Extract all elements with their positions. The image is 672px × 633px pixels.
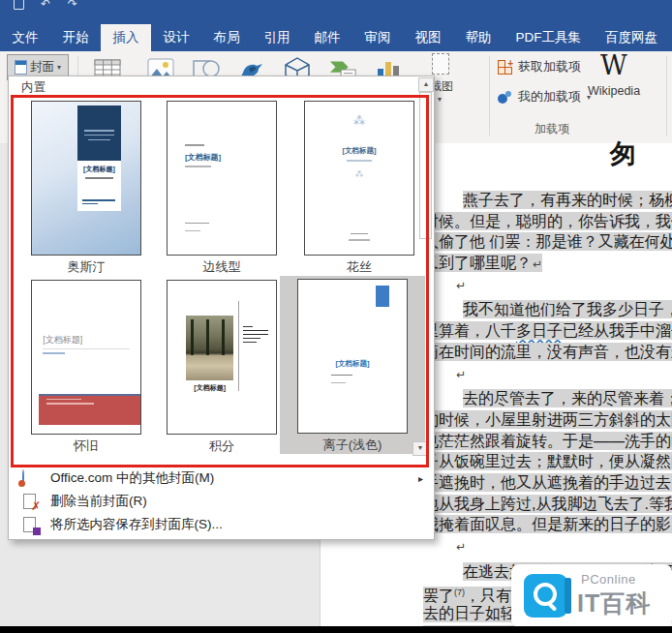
watermark-name: IT百科 bbox=[577, 588, 651, 619]
ribbon-tabs: 文件 开始 插入 设计 布局 引用 邮件 审阅 视图 帮助 PDF工具集 百度网… bbox=[0, 24, 672, 51]
tab-view[interactable]: 视图 bbox=[403, 24, 453, 51]
submenu-arrow-icon: ▸ bbox=[418, 473, 423, 484]
ornament-icon: ⁂ bbox=[305, 114, 413, 128]
tab-help[interactable]: 帮助 bbox=[453, 24, 504, 51]
undo-icon[interactable]: ↶ bbox=[39, 0, 52, 12]
gallery-scrollbar-thumb[interactable] bbox=[419, 92, 432, 239]
cover-option-nostalgia[interactable]: [文档标题] 怀旧 bbox=[18, 277, 154, 455]
document-text-line: 也茫茫然跟着旋转。于是——洗手的时候，日 bbox=[423, 431, 672, 452]
it-baike-logo-icon bbox=[524, 574, 567, 618]
document-text-line: 地从我身上跨过,从我脚边飞去了.等我睁开眼 bbox=[423, 494, 672, 515]
cover-thumbnail: [文档标题] bbox=[31, 280, 141, 435]
tab-review[interactable]: 审阅 bbox=[352, 24, 403, 51]
my-addins-icon bbox=[498, 90, 512, 105]
document-text-line: 去的尽管去了，来的尽管来着；去来的中间 bbox=[423, 388, 672, 409]
ornament-icon: ⁂ bbox=[305, 169, 413, 179]
cover-option-sideline[interactable]: [文档标题] 边线型 bbox=[154, 98, 290, 276]
document-text-line: 燕子去了，有再来的时候；杨柳枯了，有再 bbox=[423, 190, 672, 211]
quick-access-toolbar: ↶ ↷ bbox=[12, 0, 79, 12]
gallery-scroll-down-icon[interactable]: ▼ bbox=[412, 441, 428, 456]
tab-baidu-netdisk[interactable]: 百度网盘 bbox=[594, 24, 670, 51]
wikipedia-icon: W bbox=[577, 51, 651, 80]
cover-page-icon bbox=[15, 60, 27, 75]
cover-art bbox=[376, 286, 390, 307]
tab-design[interactable]: 设计 bbox=[151, 24, 201, 51]
document-text-line: 里算着，八千多日子已经从我手中溜去；像针 bbox=[423, 320, 672, 342]
addins-group-label: 加载项 bbox=[489, 121, 615, 137]
cover-thumbnail: ⁂ [文档标题] ⁂ bbox=[304, 101, 414, 256]
tab-file[interactable]: 文件 bbox=[0, 24, 50, 51]
document-text-line: 滴在时间的流里，没有声音，也没有影子。↵ bbox=[423, 342, 672, 363]
screenshot-icon bbox=[432, 53, 449, 75]
cover-art bbox=[243, 323, 268, 343]
tab-layout[interactable]: 布局 bbox=[201, 24, 252, 51]
chevron-down-icon: ▾ bbox=[438, 95, 465, 104]
gallery-scroll-up-icon[interactable]: ▲ bbox=[418, 77, 434, 92]
title-bar: ↶ ↷ bbox=[0, 0, 672, 24]
document-text-line: ↵ bbox=[423, 274, 672, 295]
watermark-brand: PConline bbox=[581, 572, 636, 587]
document-title: 匆 bbox=[610, 136, 636, 171]
document-text-line: 子从饭碗里过去；默默时，便从凝然的双眼前 bbox=[423, 451, 672, 472]
cover-thumbnail: [文档标题] bbox=[297, 279, 408, 434]
document-text-line: 时候。但是，聪明的，你告诉我，我们的日子 bbox=[423, 211, 672, 232]
cover-art: [文档标题] bbox=[77, 106, 121, 211]
menu-item-more-covers[interactable]: Office.com 中的其他封面(M) ▸ bbox=[13, 467, 429, 490]
cover-thumbnail: [文档标题] bbox=[31, 101, 141, 256]
builtin-section-label: 内置 bbox=[21, 79, 46, 96]
bottom-black-bar bbox=[0, 626, 672, 633]
redo-icon[interactable]: ↷ bbox=[66, 0, 79, 12]
cover-photo bbox=[186, 316, 233, 379]
cover-option-austin[interactable]: [文档标题] 奥斯汀 bbox=[18, 98, 154, 276]
document-text-line: 又到了哪里呢？↵ bbox=[423, 253, 672, 274]
save-icon[interactable] bbox=[12, 0, 25, 12]
document-text-line: 人偷了他 们罢：那是谁？又藏在何处呢？是他 bbox=[423, 231, 672, 253]
cover-art bbox=[39, 394, 140, 425]
cover-thumbnail: [文档标题] bbox=[167, 280, 277, 435]
tab-mailings[interactable]: 邮件 bbox=[302, 24, 352, 51]
menu-item-save-selection[interactable]: 将所选内容保存到封面库(S)... bbox=[13, 513, 429, 536]
document-text-line: 我不知道他们给了我多少日子，但我的手确 bbox=[423, 299, 672, 320]
watermark: PConline IT百科 bbox=[511, 564, 672, 627]
tab-pdf-tools[interactable]: PDF工具集 bbox=[504, 24, 594, 51]
tab-insert[interactable]: 插入 bbox=[101, 24, 151, 51]
cover-thumbnail: [文档标题] bbox=[167, 101, 277, 256]
tab-references[interactable]: 引用 bbox=[252, 24, 302, 51]
document-text-line: 我掩着面叹息。但是新来的日子的影儿又开始 bbox=[423, 514, 672, 535]
cover-option-integral[interactable]: [文档标题] 积分 bbox=[154, 277, 290, 455]
get-addins-icon: + bbox=[498, 60, 512, 75]
cover-option-ion-light[interactable]: [文档标题] 离子(浅色) bbox=[280, 276, 425, 454]
globe-icon bbox=[22, 470, 39, 487]
menu-item-remove-cover[interactable]: ✗ 删除当前封面(R) bbox=[13, 490, 429, 513]
delete-cover-icon: ✗ bbox=[22, 494, 39, 510]
cover-option-filigree[interactable]: ⁂ [文档标题] ⁂ 花丝 bbox=[291, 98, 427, 276]
tab-home[interactable]: 开始 bbox=[50, 24, 101, 51]
wikipedia-button[interactable]: W Wikipedia bbox=[577, 51, 651, 98]
document-text-line: ↵ bbox=[423, 535, 672, 557]
document-text-line: 手遮挽时，他又从遮挽着的手边过去，天黑时 bbox=[423, 472, 672, 494]
document-text-line: ↵ bbox=[423, 363, 672, 384]
get-addins-button[interactable]: + 获取加载项 bbox=[498, 58, 581, 75]
word-window: ↶ ↷ 文件 开始 插入 设计 布局 引用 邮件 审阅 视图 帮助 PDF工具集… bbox=[0, 0, 672, 633]
save-to-gallery-icon bbox=[22, 517, 39, 533]
cover-page-dropdown: 内置 [文档标题] 奥斯汀 [文档标题] 边线型 bbox=[8, 75, 435, 540]
chevron-down-icon: ▾ bbox=[57, 63, 61, 72]
document-text-line: 的时候，小屋里射进两三方斜斜的太阳。太阳 bbox=[423, 409, 672, 431]
